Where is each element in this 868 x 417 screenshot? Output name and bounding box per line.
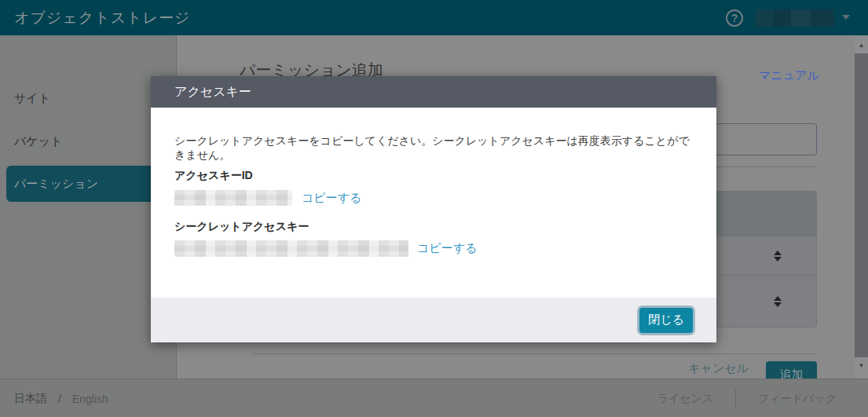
dialog-message: シークレットアクセスキーをコピーしてください。シークレットアクセスキーは再度表示… xyxy=(174,134,693,163)
copy-secret-access-key-link[interactable]: コピーする xyxy=(417,241,477,256)
access-key-id-label: アクセスキーID xyxy=(174,169,253,183)
dialog-title: アクセスキー xyxy=(151,76,716,108)
dialog-footer: 閉じる xyxy=(151,298,716,342)
access-key-dialog: アクセスキー シークレットアクセスキーをコピーしてください。シークレットアクセス… xyxy=(151,76,716,342)
copy-access-key-id-link[interactable]: コピーする xyxy=(302,191,361,206)
access-key-id-value-redacted xyxy=(174,190,292,206)
app-window: オブジェクトストレージ ? サイト バケット パーミッション パーミッション追加… xyxy=(0,0,868,417)
secret-access-key-value-redacted xyxy=(174,240,408,257)
close-button[interactable]: 閉じる xyxy=(639,308,693,333)
secret-access-key-label: シークレットアクセスキー xyxy=(174,220,309,234)
